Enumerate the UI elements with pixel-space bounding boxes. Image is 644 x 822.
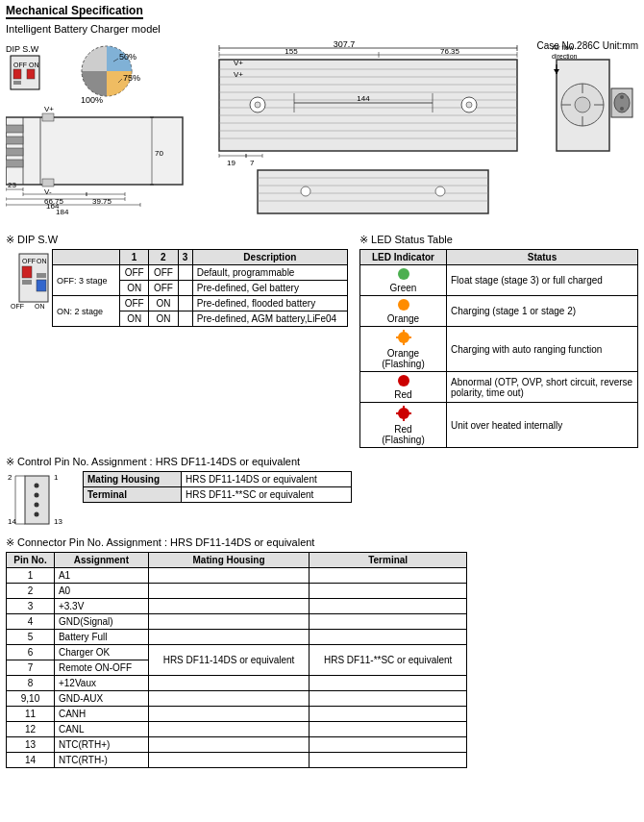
connector-term-empty <box>310 691 467 707</box>
dip-cell-3 <box>178 281 192 296</box>
svg-point-138 <box>35 512 39 517</box>
dip-stage-2: ON: 2 stage <box>53 296 120 327</box>
left-diagram-svg: DIP S.W OFF ON 50% 75% 100% <box>6 40 184 218</box>
connector-assign-cell: A0 <box>54 584 148 599</box>
svg-text:2: 2 <box>8 473 12 482</box>
svg-point-95 <box>435 187 445 196</box>
led-indicator-cell: Green <box>360 265 447 296</box>
dip-stage-3: OFF: 3 stage <box>53 265 120 296</box>
svg-text:184: 184 <box>56 208 69 216</box>
svg-point-135 <box>35 484 39 488</box>
control-pin-diagram: 2 1 14 13 <box>6 471 73 531</box>
svg-rect-89 <box>258 170 488 213</box>
dip-sw-marker: ※ DIP S.W <box>6 234 348 246</box>
tables-section: ※ DIP S.W LAYER1 OFF ON <box>6 228 638 448</box>
connector-pin-table: Pin No.AssignmentMating HousingTerminal … <box>6 552 467 768</box>
svg-text:13: 13 <box>54 517 62 526</box>
svg-rect-116 <box>22 280 32 285</box>
dip-desc-cell: Default, programmable <box>192 265 347 281</box>
connector-mh-empty <box>148 707 310 722</box>
connector-term-empty <box>310 599 467 614</box>
connector-mh-empty <box>148 630 310 645</box>
svg-text:V+: V+ <box>234 70 243 79</box>
connector-mh-empty <box>148 737 310 753</box>
dip-table-container: 1 2 3 Description OFF: 3 stageOFFOFFDefa… <box>52 249 348 327</box>
svg-rect-18 <box>6 137 23 144</box>
table-row: 14 <box>7 753 55 768</box>
dip-small-svg: LAYER1 OFF ON OFF ON <box>6 249 54 321</box>
dip-cell: OFF <box>149 265 178 281</box>
svg-point-137 <box>35 503 39 508</box>
svg-text:307.7: 307.7 <box>333 40 355 49</box>
dip-th-1: 1 <box>120 250 149 265</box>
connector-assign-cell: GND-AUX <box>54 691 148 707</box>
dip-cell: OFF <box>149 281 178 296</box>
svg-rect-7 <box>27 69 35 79</box>
dip-cell-3 <box>178 265 192 281</box>
control-pin-svg: 2 1 14 13 <box>6 471 73 529</box>
svg-point-128 <box>398 375 409 386</box>
dip-th-2: 2 <box>149 250 178 265</box>
table-row: 8 <box>7 676 55 691</box>
svg-point-105 <box>620 95 624 99</box>
svg-point-94 <box>301 187 310 196</box>
connector-assign-cell: Charger OK <box>54 645 148 660</box>
led-status-cell: Float stage (stage 3) or full charged <box>447 265 638 296</box>
svg-rect-4 <box>13 69 21 79</box>
connector-term-empty <box>310 676 467 691</box>
svg-text:OFF: OFF <box>13 62 27 68</box>
table-row: 12 <box>7 722 55 737</box>
svg-text:100%: 100% <box>81 95 103 105</box>
led-dot-icon <box>397 267 410 281</box>
led-indicator-cell: Red <box>360 372 447 403</box>
svg-point-72 <box>255 102 260 108</box>
connector-assign-cell: NTC(RTH-) <box>54 753 148 768</box>
svg-text:DIP S.W: DIP S.W <box>6 44 39 54</box>
connector-term-empty <box>310 722 467 737</box>
connector-term-empty <box>310 707 467 722</box>
right-diagram-svg: Air flow direction <box>552 40 638 218</box>
svg-text:50%: 50% <box>119 52 136 62</box>
control-pin-value: HRS DF11-**SC or equivalent <box>182 487 352 503</box>
diagram-left: DIP S.W OFF ON 50% 75% 100% <box>6 40 184 220</box>
table-row: 13 <box>7 737 55 753</box>
dip-sw-table-section: ※ DIP S.W LAYER1 OFF ON <box>6 228 348 448</box>
led-status-cell: Unit over heated internally <box>447 403 638 448</box>
svg-rect-19 <box>6 148 23 156</box>
table-row: 2 <box>7 584 55 599</box>
control-pin-marker: ※ Control Pin No. Assignment : HRS DF11-… <box>6 456 638 468</box>
dip-table: 1 2 3 Description OFF: 3 stageOFFOFFDefa… <box>52 249 348 327</box>
svg-text:76.35: 76.35 <box>439 47 459 56</box>
led-dot-icon <box>397 298 410 311</box>
connector-mh-cell: HRS DF11-14DS or equivalent <box>148 645 310 676</box>
dip-desc-cell: Pre-defined, Gel battery <box>192 281 347 296</box>
svg-rect-20 <box>6 160 23 167</box>
control-pin-table-container: Mating HousingHRS DF11-14DS or equivalen… <box>83 471 638 503</box>
connector-mh-empty <box>148 614 310 630</box>
svg-text:39.75: 39.75 <box>92 197 112 206</box>
dip-cell: ON <box>120 281 149 296</box>
diagram-center: 307.7 155 76.35 <box>210 40 527 220</box>
control-pin-label: Mating Housing <box>84 472 182 487</box>
connector-assign-cell: +3.3V <box>54 599 148 614</box>
led-indicator-cell: Orange <box>360 296 447 327</box>
table-row: 5 <box>7 630 55 645</box>
connector-header: Terminal <box>310 553 467 568</box>
table-row: 4 <box>7 614 55 630</box>
connector-term-empty <box>310 568 467 584</box>
control-pin-label: Terminal <box>84 487 182 503</box>
table-row: 6 <box>7 645 55 660</box>
svg-text:direction: direction <box>552 53 578 60</box>
table-row: 1 <box>7 568 55 584</box>
table-row: 7 <box>7 660 55 676</box>
svg-text:23: 23 <box>8 181 16 189</box>
svg-rect-118 <box>37 280 46 291</box>
connector-header: Pin No. <box>7 553 55 568</box>
connector-term-empty <box>310 737 467 753</box>
connector-assign-cell: +12Vaux <box>54 676 148 691</box>
connector-assign-cell: CANL <box>54 722 148 737</box>
subtitle: Intelligent Battery Charger model <box>6 23 638 35</box>
led-dot-icon <box>397 374 410 387</box>
led-marker: ※ LED Status Table <box>359 234 638 246</box>
svg-text:V-: V- <box>44 187 52 196</box>
